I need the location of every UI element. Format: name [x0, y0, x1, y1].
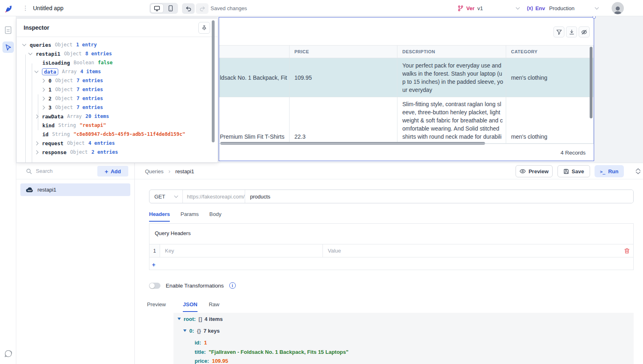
query-panel: Add REST restapi1 Queries › restapi1 — [16, 163, 643, 364]
pin-button[interactable] — [198, 22, 210, 34]
delete-header-button[interactable] — [620, 244, 633, 257]
tree-row-id: idString"c8e80947-dcb5-45f9-adb5-11f4de8… — [42, 130, 185, 139]
tree-row-item-0[interactable]: 0Object7 entries — [42, 76, 103, 85]
desktop-toggle-button[interactable] — [150, 4, 164, 13]
query-editor-header: Queries › restapi1 Preview Save — [135, 163, 643, 179]
pages-nav-button[interactable] — [2, 24, 14, 36]
json-item-row[interactable]: 0: {} 7 keys — [183, 327, 219, 334]
breadcrumb-current: restapi1 — [176, 168, 194, 174]
environment-selector[interactable]: (x) Env Production — [527, 0, 575, 16]
response-tab-json[interactable]: JSON — [183, 301, 197, 312]
column-header-category[interactable]: CATEGORY — [506, 46, 594, 58]
table-widget[interactable]: PRICE DESCRIPTION CATEGORY ldsack No. 1 … — [219, 17, 594, 161]
tab-params[interactable]: Params — [180, 211, 199, 222]
url-path-input[interactable] — [245, 190, 633, 203]
query-list-item-restapi1[interactable]: REST restapi1 — [20, 183, 130, 196]
transformations-toggle[interactable] — [149, 283, 160, 289]
env-braces-icon: (x) — [527, 5, 533, 11]
search-input[interactable] — [36, 168, 93, 174]
datasource-base-url[interactable]: https://fakestoreapi.com/ — [183, 190, 245, 203]
device-toggle-group — [149, 3, 178, 14]
preview-button[interactable]: Preview — [516, 165, 553, 177]
chevron-down-icon — [595, 5, 599, 9]
search-icon — [26, 168, 32, 174]
save-button[interactable]: Save — [557, 165, 590, 177]
chevron-down-icon — [174, 194, 178, 198]
chevron-down-icon — [22, 42, 26, 46]
column-header-price[interactable]: PRICE — [290, 46, 397, 58]
hide-columns-button[interactable] — [579, 26, 590, 37]
env-value: Production — [549, 5, 575, 11]
download-button[interactable] — [566, 26, 577, 37]
trash-icon — [624, 248, 630, 254]
tree-row-queries[interactable]: queriesObject1 entry — [23, 40, 97, 49]
json-field-id: id: 1 — [195, 339, 207, 346]
tree-row-item-1[interactable]: 1Object7 entries — [42, 85, 103, 94]
response-tabs: Preview JSON Raw — [147, 301, 219, 312]
branch-icon — [458, 5, 463, 11]
response-tab-preview[interactable]: Preview — [147, 301, 166, 312]
tree-row-data[interactable]: dataArray4 items — [35, 67, 101, 76]
header-value-input[interactable] — [323, 244, 620, 257]
version-selector[interactable]: Ver v1 — [458, 0, 483, 16]
tree-row-rawdata[interactable]: rawDataArray20 items — [35, 112, 109, 121]
column-header-description[interactable]: DESCRIPTION — [397, 46, 506, 58]
chat-bubble-icon — [4, 349, 13, 358]
tree-row-request[interactable]: requestObject4 entries — [35, 139, 115, 148]
triangle-down-icon — [183, 329, 187, 332]
svg-text:REST: REST — [28, 190, 32, 191]
tree-row-item-2[interactable]: 2Object7 entries — [42, 94, 103, 103]
cell-title: ldsack No. 1 Backpack, Fit — [219, 58, 290, 97]
table-row[interactable]: ldsack No. 1 Backpack, Fit 109.95 Your p… — [219, 58, 594, 97]
record-count: 4 Records — [560, 150, 586, 156]
undo-button[interactable] — [182, 3, 195, 14]
add-header-row-button[interactable] — [152, 260, 161, 268]
tree-row-response[interactable]: responseObject2 entries — [35, 148, 118, 157]
kebab-icon — [22, 4, 29, 12]
tab-body[interactable]: Body — [209, 211, 222, 222]
query-name: restapi1 — [37, 187, 56, 193]
breadcrumb-queries[interactable]: Queries — [145, 168, 164, 174]
json-field-price: price: 109.95 — [195, 357, 228, 364]
cell-category: men's clothing — [506, 58, 594, 97]
rocket-icon — [4, 4, 13, 13]
app-menu-kebab[interactable] — [22, 0, 29, 16]
chevron-right-icon — [35, 150, 39, 154]
env-dropdown-chevron[interactable] — [595, 0, 598, 16]
response-tab-raw[interactable]: Raw — [209, 301, 219, 312]
person-icon — [613, 5, 623, 14]
mobile-toggle-button[interactable] — [164, 4, 177, 13]
add-query-button[interactable]: Add — [97, 166, 128, 177]
query-search-row: Add — [16, 163, 134, 179]
method-select[interactable]: GET — [149, 190, 183, 203]
collapse-icon — [635, 168, 641, 174]
triangle-down-icon — [178, 318, 181, 320]
filter-icon — [556, 29, 562, 35]
collapse-panel-button[interactable] — [635, 168, 641, 174]
table-vertical-scrollbar[interactable] — [590, 47, 593, 118]
version-value: v1 — [477, 5, 483, 11]
eye-off-icon — [581, 29, 587, 35]
table-row[interactable]: Premium Slim Fit T-Shirts 22.3 Slim-fitt… — [219, 97, 594, 144]
env-label: Env — [535, 5, 545, 11]
column-header-title[interactable] — [219, 46, 290, 58]
tree-row-restapi1[interactable]: restapi1Object8 entries — [29, 49, 112, 58]
user-avatar[interactable] — [612, 2, 624, 14]
row-number: 1 — [149, 244, 160, 257]
run-button[interactable]: Run — [595, 165, 624, 177]
chevron-right-icon — [41, 78, 45, 83]
transformations-row: Enable Transformations — [149, 282, 236, 289]
version-dropdown-chevron[interactable] — [516, 0, 519, 16]
help-chat-button[interactable] — [2, 348, 14, 359]
json-root-row[interactable]: root: [] 4 items — [178, 316, 223, 322]
redo-button[interactable] — [196, 3, 208, 14]
tab-headers[interactable]: Headers — [149, 211, 170, 222]
filter-button[interactable] — [553, 26, 564, 37]
header-key-input[interactable] — [160, 244, 323, 257]
inspector-scrollbar[interactable] — [212, 20, 215, 142]
tree-row-item-3[interactable]: 3Object7 entries — [42, 103, 103, 112]
cell-description: Your perfect pack for everyday use and w… — [397, 58, 506, 97]
tree-guide-line — [32, 63, 32, 163]
select-tool-button[interactable] — [2, 41, 14, 53]
info-icon[interactable] — [229, 282, 236, 289]
